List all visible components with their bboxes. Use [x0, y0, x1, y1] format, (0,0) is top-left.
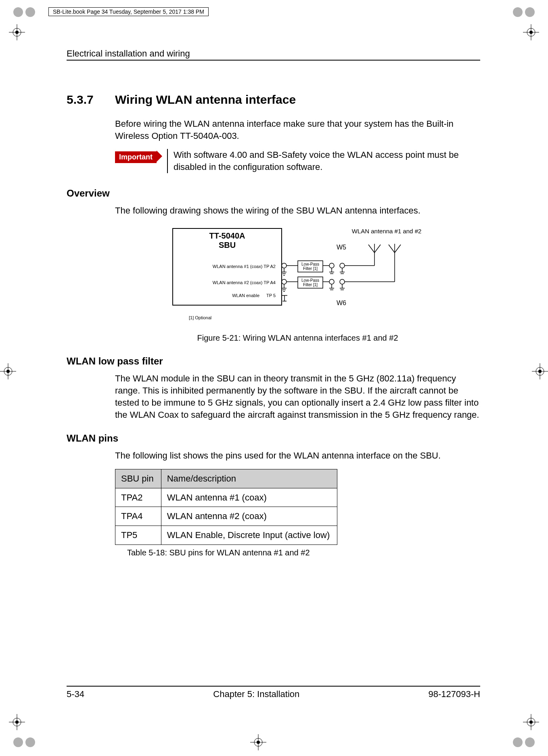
page: SB-Lite.book Page 34 Tuesday, September … [0, 0, 548, 756]
table-row: TPA2 WLAN antenna #1 (coax) [115, 488, 337, 507]
svg-point-0 [13, 7, 23, 17]
svg-text:WLAN antenna #1 (coax) TP A2: WLAN antenna #1 (coax) TP A2 [212, 264, 275, 269]
svg-text:[1]  Optional: [1] Optional [189, 315, 211, 320]
svg-point-1 [25, 7, 35, 17]
section-heading: 5.3.7 Wiring WLAN antenna interface [67, 93, 480, 107]
col-name-desc: Name/description [161, 469, 337, 488]
section-title: Wiring WLAN antenna interface [115, 93, 296, 107]
reg-target [523, 24, 539, 42]
svg-text:W5: W5 [337, 244, 346, 251]
table-row: TPA4 WLAN antenna #2 (coax) [115, 507, 337, 526]
crop-mark [512, 734, 536, 752]
svg-point-35 [529, 720, 533, 724]
reg-target [9, 24, 25, 42]
important-badge: Important [115, 151, 162, 163]
footer-page-number: 5-34 [67, 689, 84, 699]
pins-heading: WLAN pins [67, 433, 480, 444]
svg-point-31 [15, 720, 19, 724]
svg-point-20 [13, 737, 23, 747]
svg-point-3 [525, 7, 535, 17]
svg-point-43 [282, 263, 287, 268]
svg-point-65 [329, 263, 334, 268]
cell-desc: WLAN Enable, Discrete Input (active low) [161, 526, 337, 544]
svg-text:W6: W6 [337, 299, 346, 306]
svg-text:Filter [1]: Filter [1] [303, 283, 317, 287]
svg-point-19 [538, 370, 542, 373]
reg-target [0, 363, 16, 381]
content-area: Electrical installation and wiring 5.3.7… [67, 48, 480, 558]
pins-table: SBU pin Name/description TPA2 WLAN anten… [115, 469, 337, 545]
figure-5-21: TT-5040A SBU WLAN antenna #1 (coax) TP A… [115, 224, 480, 343]
lowpass-text: The WLAN module in the SBU can in theory… [115, 373, 480, 421]
cell-desc: WLAN antenna #2 (coax) [161, 507, 337, 526]
reg-target [532, 363, 548, 381]
svg-text:Low-Pass: Low-Pass [301, 278, 319, 283]
important-note: Important With software 4.00 and SB-Safe… [115, 149, 480, 173]
running-head: Electrical installation and wiring [67, 48, 480, 61]
crop-mark [12, 4, 36, 22]
svg-text:Low-Pass: Low-Pass [301, 262, 319, 266]
svg-point-78 [340, 279, 345, 284]
svg-text:SBU: SBU [218, 241, 235, 249]
svg-point-15 [6, 370, 10, 373]
figure-caption: Figure 5-21: Wiring WLAN antenna interfa… [197, 333, 398, 343]
svg-text:TP 5: TP 5 [266, 293, 275, 298]
svg-point-48 [282, 279, 287, 284]
footer-doc-number: 98-127093-H [429, 689, 480, 699]
cell-pin: TPA2 [115, 488, 161, 507]
svg-line-90 [395, 245, 401, 253]
reg-target [250, 734, 266, 752]
important-label: Important [115, 151, 157, 163]
svg-text:WLAN antenna #2 (coax) TP A4: WLAN antenna #2 (coax) TP A4 [212, 280, 275, 285]
svg-point-23 [525, 737, 535, 747]
page-footer: 5-34 Chapter 5: Installation 98-127093-H [67, 686, 480, 699]
print-meta: SB-Lite.book Page 34 Tuesday, September … [48, 7, 209, 16]
svg-point-11 [529, 31, 533, 34]
crop-mark [12, 734, 36, 752]
table-caption: Table 5-18: SBU pins for WLAN antenna #1… [127, 547, 480, 558]
crop-mark [512, 4, 536, 22]
intro-paragraph: Before wiring the WLAN antenna interface… [115, 118, 480, 142]
cell-desc: WLAN antenna #1 (coax) [161, 488, 337, 507]
svg-point-27 [257, 741, 260, 744]
cell-pin: TPA4 [115, 507, 161, 526]
svg-text:WLAN enable: WLAN enable [232, 293, 259, 298]
svg-point-70 [329, 279, 334, 284]
svg-point-74 [340, 263, 345, 268]
overview-text: The following drawing shows the wiring o… [115, 205, 480, 217]
overview-heading: Overview [67, 188, 480, 199]
svg-line-87 [374, 245, 381, 253]
svg-point-22 [513, 737, 523, 747]
pins-intro: The following list shows the pins used f… [115, 450, 480, 462]
svg-text:TT-5040A: TT-5040A [209, 231, 245, 240]
reg-target [523, 714, 539, 732]
svg-point-2 [513, 7, 523, 17]
cell-pin: TP5 [115, 526, 161, 544]
col-sbu-pin: SBU pin [115, 469, 161, 488]
table-header-row: SBU pin Name/description [115, 469, 337, 488]
svg-line-89 [389, 245, 395, 253]
footer-chapter: Chapter 5: Installation [213, 689, 299, 699]
section-number: 5.3.7 [67, 93, 115, 107]
svg-line-86 [368, 245, 374, 253]
svg-text:Filter [1]: Filter [1] [303, 266, 317, 271]
lowpass-heading: WLAN low pass filter [67, 356, 480, 367]
important-text: With software 4.00 and SB-Safety voice t… [167, 149, 480, 173]
table-row: TP5 WLAN Enable, Discrete Input (active … [115, 526, 337, 544]
svg-point-21 [25, 737, 35, 747]
svg-text:WLAN antenna #1 and #2: WLAN antenna #1 and #2 [351, 228, 421, 235]
reg-target [9, 714, 25, 732]
svg-point-7 [15, 31, 19, 34]
wiring-diagram: TT-5040A SBU WLAN antenna #1 (coax) TP A… [169, 224, 427, 329]
